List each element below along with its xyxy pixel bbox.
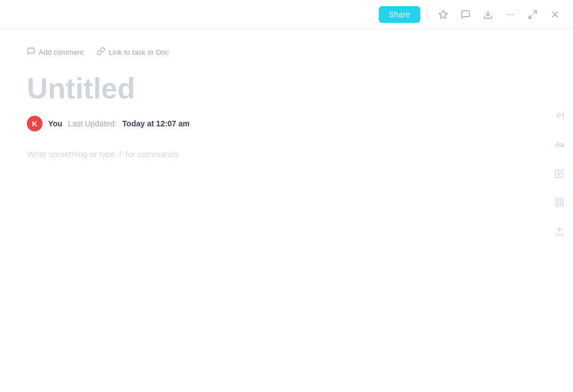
svg-point-3 bbox=[510, 14, 511, 15]
close-icon[interactable] bbox=[546, 6, 564, 23]
comment-icon[interactable] bbox=[457, 6, 475, 23]
download-icon[interactable] bbox=[479, 6, 497, 23]
svg-line-5 bbox=[534, 11, 537, 13]
upload-icon[interactable] bbox=[552, 224, 567, 239]
comment-action-icon bbox=[27, 47, 35, 57]
svg-rect-12 bbox=[561, 199, 563, 201]
avatar: K bbox=[27, 116, 43, 131]
font-size-icon[interactable]: Aa bbox=[552, 136, 567, 152]
template-icon[interactable] bbox=[552, 195, 567, 210]
add-comment-label: Add comment bbox=[39, 48, 83, 56]
more-icon[interactable] bbox=[501, 6, 519, 23]
last-updated-time: Today at 12:07 am bbox=[123, 119, 190, 128]
svg-point-2 bbox=[507, 14, 508, 15]
collapse-sidebar-icon[interactable] bbox=[552, 107, 567, 123]
toolbar: Share bbox=[0, 0, 573, 29]
svg-rect-11 bbox=[556, 199, 558, 201]
right-sidebar: Aa bbox=[546, 29, 573, 392]
star-icon[interactable] bbox=[434, 6, 452, 23]
last-updated-label: Last Updated: bbox=[68, 119, 116, 128]
link-to-task-button[interactable]: Link to task or Doc bbox=[97, 47, 169, 57]
editor-area[interactable]: Add comment Link to task or Doc Untitled… bbox=[0, 29, 546, 392]
svg-rect-13 bbox=[556, 204, 558, 206]
edit-icon[interactable] bbox=[552, 166, 567, 181]
toolbar-divider bbox=[427, 9, 428, 20]
editor-placeholder[interactable]: Write something or type '/' for commands bbox=[27, 149, 519, 159]
svg-marker-0 bbox=[439, 10, 448, 18]
font-label: Aa bbox=[555, 140, 565, 149]
main-content: Add comment Link to task or Doc Untitled… bbox=[0, 29, 573, 392]
svg-line-6 bbox=[529, 15, 532, 18]
link-icon bbox=[97, 47, 105, 57]
action-bar: Add comment Link to task or Doc bbox=[27, 47, 519, 57]
link-to-label: Link to task or Doc bbox=[109, 48, 169, 56]
author-line: K You Last Updated: Today at 12:07 am bbox=[27, 116, 519, 131]
share-button[interactable]: Share bbox=[379, 6, 420, 23]
svg-rect-14 bbox=[561, 204, 563, 206]
document-title[interactable]: Untitled bbox=[27, 73, 519, 105]
svg-point-4 bbox=[513, 14, 514, 15]
add-comment-button[interactable]: Add comment bbox=[27, 47, 83, 57]
expand-icon[interactable] bbox=[524, 6, 542, 23]
author-name: You bbox=[48, 119, 62, 128]
